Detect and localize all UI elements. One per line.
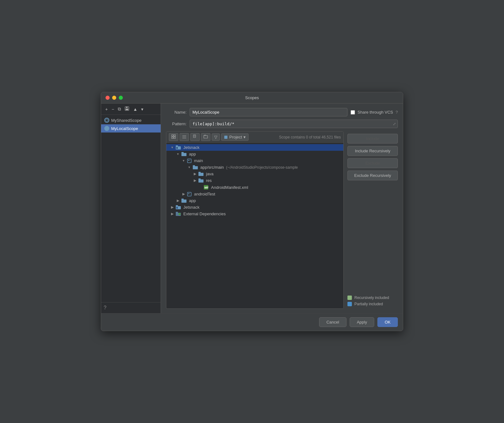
minimize-button[interactable] (112, 96, 116, 100)
scopes-dialog: Scopes + − ⧉ ▲ ▾ (101, 92, 403, 331)
svg-rect-40 (179, 213, 180, 215)
expand-arrow-icon: ▾ (181, 159, 186, 163)
svg-rect-26 (198, 172, 201, 173)
title-bar: Scopes (101, 92, 403, 104)
exclude-button[interactable]: Exclude (347, 158, 398, 168)
tree-label-main: main (194, 158, 203, 163)
svg-rect-17 (176, 145, 178, 147)
sidebar-item-label: MySharedScope (111, 118, 141, 123)
maximize-button[interactable] (119, 96, 123, 100)
expand-arrow-icon: ▶ (170, 212, 175, 216)
pattern-input[interactable] (190, 120, 398, 128)
svg-rect-18 (176, 147, 178, 149)
tree-node-androidmanifest[interactable]: MF AndroidManifest.xml (166, 184, 343, 191)
apply-button[interactable]: Apply (350, 317, 375, 327)
svg-rect-36 (176, 205, 178, 206)
tree-node-androidtest[interactable]: ▶ androidTest (166, 191, 343, 197)
tree-node-app-2[interactable]: ▶ app (166, 197, 343, 204)
move-down-button[interactable]: ▾ (140, 106, 145, 113)
vcs-help-icon[interactable]: ? (396, 110, 398, 115)
expand-arrow-icon: ▾ (187, 165, 192, 170)
legend-label-partial: Partially included (354, 302, 383, 306)
svg-rect-33 (181, 200, 186, 203)
dialog-footer: Cancel Apply OK (101, 313, 403, 331)
main-content: Name: Share through VCS ? Pattern: ⤢ (161, 104, 403, 313)
tree-toolbar: ▽ Project ▾ Scope contains 0 of total 46… (166, 132, 343, 143)
filter-button[interactable]: ▽ (212, 133, 220, 141)
tree-label-app-1: app (189, 152, 196, 156)
tree-node-main[interactable]: ▾ main (166, 157, 343, 164)
svg-point-4 (106, 127, 108, 130)
close-button[interactable] (106, 96, 110, 100)
sidebar: + − ⧉ ▲ ▾ MySharedScope (101, 104, 161, 313)
svg-rect-5 (172, 135, 173, 136)
tree-node-java[interactable]: ▶ java (166, 171, 343, 177)
project-dropdown[interactable]: Project ▾ (221, 133, 249, 141)
svg-rect-20 (181, 152, 184, 153)
sidebar-item-mylocalscope[interactable]: MyLocalScope (101, 124, 161, 133)
expand-arrow-icon: ▶ (176, 199, 180, 203)
legend-item-partial: Partially included (347, 302, 398, 306)
svg-rect-37 (176, 207, 178, 209)
name-input[interactable] (190, 108, 347, 116)
legend: Recursively included Partially included (347, 296, 398, 309)
recursive-color (347, 296, 352, 300)
include-button[interactable]: Include (347, 134, 398, 144)
tree-area: ▽ Project ▾ Scope contains 0 of total 46… (166, 131, 398, 309)
tree-scroll[interactable]: ▾ Jetsnack ▾ (166, 143, 343, 308)
tree-node-res[interactable]: ▶ res (166, 177, 343, 184)
pattern-input-wrapper: ⤢ (190, 120, 398, 128)
tree-label-jetsnack-2: Jetsnack (183, 205, 199, 210)
exclude-recursively-button[interactable]: Exclude Recursively (347, 171, 398, 180)
name-label: Name: (166, 110, 186, 115)
expand-arrow-icon: ▶ (193, 178, 197, 183)
expand-arrow-icon: ▶ (181, 192, 186, 196)
tree-node-jetsnack-2[interactable]: ▶ Jetsnack (166, 204, 343, 211)
pattern-expand-button[interactable]: ⤢ (393, 122, 396, 126)
svg-rect-39 (176, 212, 178, 213)
expand-arrow-icon: ▶ (193, 172, 197, 176)
side-buttons: Include Include Recursively Exclude Excl… (347, 131, 398, 309)
move-up-button[interactable]: ▲ (131, 106, 139, 113)
flatten-packages-button[interactable] (169, 133, 178, 141)
sidebar-toolbar: + − ⧉ ▲ ▾ (101, 104, 161, 115)
svg-rect-19 (181, 153, 186, 156)
add-scope-button[interactable]: + (104, 106, 109, 113)
traffic-lights (106, 96, 123, 100)
dialog-body: + − ⧉ ▲ ▾ MySharedScope (101, 104, 403, 313)
sidebar-item-mysharedscope[interactable]: MySharedScope (101, 116, 161, 124)
share-vcs-checkbox[interactable] (351, 110, 355, 115)
show-files-button[interactable] (190, 133, 200, 141)
pattern-label: Pattern: (166, 121, 186, 126)
svg-rect-6 (174, 135, 175, 136)
svg-rect-34 (181, 199, 184, 200)
copy-scope-button[interactable]: ⧉ (116, 105, 123, 113)
vcs-label: Share through VCS (358, 110, 393, 115)
tree-node-ext-dep[interactable]: ▶ External Dependencies (166, 211, 343, 217)
project-dropdown-label: Project (229, 135, 242, 139)
svg-rect-7 (172, 137, 173, 138)
remove-scope-button[interactable]: − (110, 106, 116, 113)
partial-color (347, 302, 352, 306)
include-recursively-button[interactable]: Include Recursively (347, 146, 398, 156)
svg-rect-28 (198, 178, 201, 180)
tree-node-jetsnack-root[interactable]: ▾ Jetsnack (166, 144, 343, 151)
tree-node-app-src-main[interactable]: ▾ app/src/main (~/AndroidStudioProjects/… (166, 164, 343, 171)
pattern-row: Pattern: ⤢ (166, 120, 398, 128)
help-button[interactable]: ? (104, 305, 106, 311)
cancel-button[interactable]: Cancel (319, 317, 346, 327)
expand-arrow-icon: ▾ (170, 145, 175, 150)
save-scope-button[interactable] (123, 105, 131, 113)
tree-label-res: res (206, 178, 212, 183)
tree-label-app-src-main: app/src/main (200, 165, 224, 170)
tree-label-app-src-main-path: (~/AndroidStudioProjects/compose-sample (225, 165, 298, 170)
collapse-all-button[interactable] (180, 133, 189, 141)
tree-node-app-1[interactable]: ▾ app (166, 151, 343, 157)
expand-arrow-icon: ▶ (170, 205, 175, 210)
tree-label-androidtest: androidTest (194, 192, 215, 196)
show-folders-button[interactable] (201, 133, 210, 141)
svg-rect-25 (198, 173, 203, 176)
svg-rect-2 (126, 109, 128, 110)
legend-item-recursive: Recursively included (347, 296, 398, 300)
ok-button[interactable]: OK (377, 317, 398, 327)
